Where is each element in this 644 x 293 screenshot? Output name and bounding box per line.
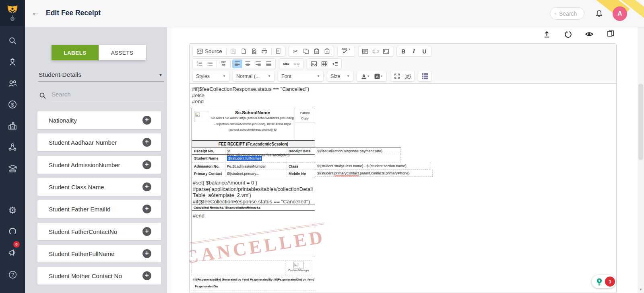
insert-image-icon[interactable] bbox=[309, 59, 319, 68]
velocity-code-end: #end bbox=[193, 213, 204, 219]
notifications-bell-icon[interactable] bbox=[594, 8, 604, 19]
spell-check-button[interactable]: ABC ▼ bbox=[339, 47, 353, 56]
category-dropdown[interactable]: Student-Details ▼ bbox=[38, 70, 164, 82]
paragraph-format-dropdown[interactable]: Normal (...▼ bbox=[233, 71, 275, 82]
label-item[interactable]: Student AdmissionNumber+ bbox=[37, 156, 161, 174]
editor-content[interactable]: #if($feeCollectionResponse.status == "Ca… bbox=[190, 84, 616, 293]
bg-color-button[interactable]: ▼ bbox=[372, 72, 385, 81]
nav-support-icon[interactable] bbox=[0, 222, 25, 241]
textarea-icon[interactable] bbox=[381, 47, 391, 56]
labels-search-input[interactable] bbox=[52, 91, 164, 101]
label-item[interactable]: Student Mother Contact No+ bbox=[37, 267, 161, 285]
user-avatar[interactable]: A bbox=[613, 6, 627, 21]
bold-button[interactable]: B bbox=[398, 47, 409, 56]
panel-scrollbar[interactable] bbox=[167, 27, 172, 293]
align-left-button[interactable] bbox=[232, 59, 242, 68]
text-field-icon[interactable] bbox=[371, 47, 381, 56]
nav-students-icon[interactable] bbox=[0, 53, 25, 71]
svg-text:ABC: ABC bbox=[342, 48, 347, 50]
label-item[interactable]: Student FatherContactNo+ bbox=[37, 223, 161, 240]
add-label-button[interactable]: + bbox=[142, 182, 151, 191]
label-item[interactable]: Nationality+ bbox=[37, 111, 161, 129]
show-blocks-icon[interactable] bbox=[402, 72, 413, 81]
nav-academics-icon[interactable] bbox=[0, 159, 25, 178]
size-dropdown[interactable]: Size▼ bbox=[327, 71, 353, 82]
add-label-button[interactable]: + bbox=[142, 249, 151, 258]
duplicate-icon[interactable] bbox=[605, 29, 616, 39]
new-page-icon[interactable] bbox=[239, 47, 249, 56]
print-icon[interactable] bbox=[260, 47, 270, 56]
source-button[interactable]: Source bbox=[194, 48, 225, 54]
add-label-button[interactable]: + bbox=[142, 227, 151, 236]
underline-button[interactable]: U bbox=[419, 47, 429, 56]
tips-widget[interactable]: 1 bbox=[592, 275, 616, 288]
div-container-button[interactable]: DIV</> bbox=[219, 59, 229, 68]
text-color-button[interactable]: ▼ bbox=[359, 72, 372, 81]
unlink-icon[interactable] bbox=[291, 59, 301, 68]
add-label-button[interactable]: + bbox=[142, 271, 151, 280]
tab-labels[interactable]: LABELS bbox=[52, 45, 99, 60]
chevron-down-icon: ▼ bbox=[348, 48, 351, 51]
label-item[interactable]: Student FatherFullName+ bbox=[37, 245, 161, 262]
back-button[interactable]: ← bbox=[31, 7, 40, 18]
justify-button[interactable] bbox=[264, 59, 274, 68]
upload-icon[interactable] bbox=[541, 29, 552, 39]
nav-help-icon[interactable] bbox=[0, 265, 25, 284]
nav-settings-icon[interactable]: ⚙ bbox=[0, 201, 25, 219]
templates-icon[interactable] bbox=[273, 47, 283, 56]
form-icon[interactable] bbox=[360, 47, 370, 56]
styles-dropdown[interactable]: Styles▼ bbox=[192, 71, 229, 82]
label-item[interactable]: Student Father EmailId+ bbox=[37, 200, 161, 218]
selected-text[interactable]: $!{student.fullName} bbox=[227, 156, 262, 161]
data-grid-icon[interactable] bbox=[420, 72, 430, 81]
cell-guide bbox=[191, 290, 316, 291]
add-label-button[interactable]: + bbox=[142, 205, 151, 213]
nav-announcements-icon[interactable]: 0 bbox=[0, 244, 25, 262]
bulb-icon bbox=[595, 278, 603, 286]
scroll-down-arrow-icon[interactable]: ▼ bbox=[639, 288, 642, 291]
print-preview-icon[interactable] bbox=[249, 47, 259, 56]
align-right-button[interactable] bbox=[253, 59, 263, 68]
numbered-list-icon[interactable] bbox=[194, 59, 204, 68]
nav-search-icon[interactable] bbox=[0, 31, 25, 50]
label-item[interactable]: Student Aadhaar Number+ bbox=[37, 133, 161, 151]
nav-parents-icon[interactable] bbox=[0, 74, 25, 92]
school-logo-placeholder[interactable] bbox=[194, 111, 209, 122]
editor-toolbar: Source ✂ ABC bbox=[190, 44, 616, 84]
save-icon[interactable] bbox=[228, 47, 238, 56]
link-icon[interactable] bbox=[281, 59, 291, 68]
bulleted-list-icon[interactable] bbox=[205, 59, 215, 68]
cut-icon[interactable]: ✂ bbox=[291, 47, 301, 56]
paste-as-text-icon[interactable] bbox=[322, 47, 332, 56]
preview-eye-icon[interactable] bbox=[584, 29, 594, 39]
label-item[interactable]: Student Class Name+ bbox=[37, 178, 161, 196]
insert-table-icon[interactable] bbox=[319, 59, 329, 68]
global-search-input[interactable] bbox=[559, 10, 580, 17]
nav-fees-icon[interactable] bbox=[0, 95, 25, 114]
app-logo[interactable] bbox=[0, 0, 25, 26]
reset-icon[interactable] bbox=[563, 29, 573, 39]
add-label-button[interactable]: + bbox=[142, 138, 151, 147]
nav-community-icon[interactable] bbox=[0, 138, 25, 156]
paste-icon[interactable] bbox=[312, 47, 322, 56]
label-text: Student Father EmailId bbox=[49, 206, 110, 213]
align-center-button[interactable] bbox=[243, 59, 253, 68]
broken-image-icon bbox=[195, 112, 201, 118]
scrollbar-thumb[interactable] bbox=[638, 84, 643, 160]
page-break-icon[interactable] bbox=[330, 59, 340, 68]
global-search[interactable] bbox=[550, 7, 584, 20]
tab-assets[interactable]: ASSETS bbox=[99, 45, 146, 60]
label-text: Student Mother Contact No bbox=[49, 273, 122, 279]
signature-image-placeholder[interactable] bbox=[293, 262, 304, 268]
announcements-badge: 0 bbox=[13, 241, 20, 248]
maximize-icon[interactable] bbox=[392, 72, 402, 81]
font-dropdown[interactable]: Font▼ bbox=[278, 71, 324, 82]
italic-button[interactable]: I bbox=[409, 47, 419, 56]
header: ← Edit Fee Receipt A bbox=[25, 0, 644, 27]
source-label: Source bbox=[205, 48, 222, 54]
vertical-scrollbar[interactable]: ▼ bbox=[638, 27, 644, 293]
add-label-button[interactable]: + bbox=[142, 160, 151, 169]
add-label-button[interactable]: + bbox=[142, 116, 151, 125]
copy-icon[interactable] bbox=[301, 47, 311, 56]
nav-school-icon[interactable] bbox=[0, 117, 25, 135]
